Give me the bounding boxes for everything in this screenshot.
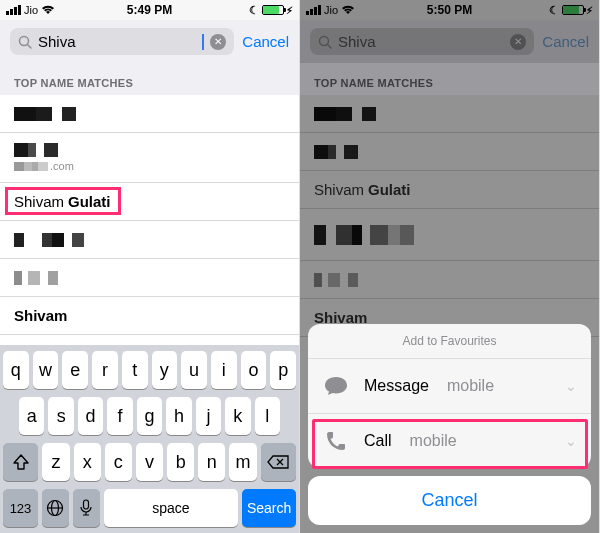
- cancel-search-button[interactable]: Cancel: [242, 33, 289, 50]
- key-k[interactable]: k: [225, 397, 250, 435]
- key-f[interactable]: f: [107, 397, 132, 435]
- key-c[interactable]: c: [105, 443, 132, 481]
- option-label: Call: [364, 432, 392, 450]
- key-p[interactable]: p: [270, 351, 296, 389]
- search-icon: [18, 35, 32, 49]
- keyboard: q w e r t y u i o p a s d f g h j k l z: [0, 345, 299, 533]
- last-name: Gulati: [68, 193, 111, 210]
- dnd-icon: ☾: [249, 4, 259, 17]
- email-suffix: .com: [50, 160, 74, 172]
- charging-icon: ⚡︎: [286, 5, 293, 16]
- key-i[interactable]: i: [211, 351, 237, 389]
- message-icon: [322, 372, 350, 400]
- battery-icon: [262, 5, 284, 15]
- key-shift[interactable]: [3, 443, 38, 481]
- search-row: Shiva ✕ Cancel: [0, 20, 299, 63]
- key-v[interactable]: v: [136, 443, 163, 481]
- key-e[interactable]: e: [62, 351, 88, 389]
- search-box[interactable]: Shiva ✕: [10, 28, 234, 55]
- search-input[interactable]: Shiva: [38, 33, 199, 50]
- key-d[interactable]: d: [78, 397, 103, 435]
- key-space[interactable]: space: [104, 489, 238, 527]
- key-r[interactable]: r: [92, 351, 118, 389]
- censored-name: [14, 233, 84, 247]
- key-globe-icon[interactable]: [42, 489, 69, 527]
- text-caret: [202, 34, 204, 50]
- section-header: TOP NAME MATCHES: [0, 63, 299, 95]
- chevron-down-icon: ⌄: [565, 378, 577, 394]
- censored-name: [14, 271, 58, 285]
- key-search[interactable]: Search: [242, 489, 296, 527]
- key-g[interactable]: g: [137, 397, 162, 435]
- result-row-shivam-gulati[interactable]: ShivamGulati: [0, 183, 299, 221]
- censored-name: [14, 143, 74, 157]
- key-y[interactable]: y: [152, 351, 178, 389]
- option-label: Message: [364, 377, 429, 395]
- result-row[interactable]: [0, 221, 299, 259]
- option-message[interactable]: Message mobile ⌄: [308, 359, 591, 414]
- option-type: mobile: [410, 432, 457, 450]
- carrier-label: Jio: [24, 4, 38, 16]
- key-n[interactable]: n: [198, 443, 225, 481]
- chevron-down-icon: ⌄: [565, 433, 577, 449]
- key-b[interactable]: b: [167, 443, 194, 481]
- screen-left: Jio 5:49 PM ☾ ⚡︎ Shiva ✕ Cancel TOP NAME…: [0, 0, 300, 533]
- first-name: Shivam: [14, 193, 64, 210]
- key-z[interactable]: z: [42, 443, 69, 481]
- screen-right: Jio 5:50 PM ☾ ⚡︎ Shiva ✕ Cancel TOP NAME…: [300, 0, 600, 533]
- key-j[interactable]: j: [196, 397, 221, 435]
- action-sheet: Add to Favourites Message mobile ⌄ Call …: [300, 316, 599, 533]
- signal-icon: [6, 5, 21, 15]
- clock: 5:49 PM: [127, 3, 172, 17]
- phone-icon: [322, 427, 350, 455]
- censored-name: [14, 107, 76, 121]
- sheet-title: Add to Favourites: [308, 324, 591, 359]
- option-call[interactable]: Call mobile ⌄: [308, 414, 591, 468]
- clear-icon[interactable]: ✕: [210, 34, 226, 50]
- key-mic-icon[interactable]: [73, 489, 100, 527]
- result-row[interactable]: [0, 259, 299, 297]
- action-sheet-card: Add to Favourites Message mobile ⌄ Call …: [308, 324, 591, 468]
- key-x[interactable]: x: [74, 443, 101, 481]
- contact-name: Shivam: [14, 307, 67, 324]
- result-row[interactable]: [0, 95, 299, 133]
- key-o[interactable]: o: [241, 351, 267, 389]
- wifi-icon: [41, 5, 55, 15]
- key-a[interactable]: a: [19, 397, 44, 435]
- censored-email: [14, 162, 48, 171]
- key-m[interactable]: m: [229, 443, 256, 481]
- svg-rect-5: [84, 500, 89, 509]
- result-row[interactable]: .com: [0, 133, 299, 183]
- key-numbers[interactable]: 123: [3, 489, 38, 527]
- key-u[interactable]: u: [181, 351, 207, 389]
- option-type: mobile: [447, 377, 494, 395]
- key-h[interactable]: h: [166, 397, 191, 435]
- result-row[interactable]: Shivam: [0, 297, 299, 335]
- key-q[interactable]: q: [3, 351, 29, 389]
- key-s[interactable]: s: [48, 397, 73, 435]
- key-l[interactable]: l: [255, 397, 280, 435]
- key-t[interactable]: t: [122, 351, 148, 389]
- key-backspace[interactable]: [261, 443, 296, 481]
- key-w[interactable]: w: [33, 351, 59, 389]
- status-bar: Jio 5:49 PM ☾ ⚡︎: [0, 0, 299, 20]
- sheet-cancel-button[interactable]: Cancel: [308, 476, 591, 525]
- svg-line-1: [28, 44, 32, 48]
